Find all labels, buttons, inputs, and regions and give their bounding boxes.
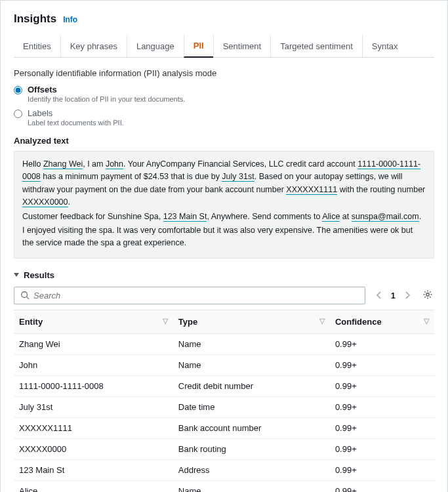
- radio-offsets-label: Offsets: [28, 85, 185, 94]
- cell-entity: Zhang Wei: [14, 333, 173, 354]
- svg-line-1: [27, 297, 30, 300]
- pii-highlight-address: 123 Main St: [163, 212, 207, 222]
- text-fragment: with the routing number: [337, 185, 425, 194]
- pii-highlight-name: Zhang Wei: [43, 159, 83, 169]
- tab-key-phrases[interactable]: Key phrases: [60, 35, 127, 57]
- tab-pii[interactable]: PII: [184, 35, 213, 58]
- cell-confidence: 0.99+: [330, 438, 434, 459]
- cell-type: Bank account number: [173, 417, 330, 438]
- cell-confidence: 0.99+: [330, 417, 434, 438]
- tab-bar: Entities Key phrases Language PII Sentim…: [14, 35, 434, 58]
- cell-confidence: 0.99+: [330, 354, 434, 375]
- text-fragment: , I am: [83, 159, 106, 169]
- sort-icon: ▽: [319, 317, 325, 325]
- chevron-left-icon: [376, 291, 382, 299]
- insights-panel: Insights Info Entities Key phrases Langu…: [0, 0, 448, 492]
- cell-confidence: 0.99+: [330, 375, 434, 396]
- analysis-mode-radios: Offsets Identify the location of PII in …: [14, 85, 434, 127]
- text-fragment: .: [419, 212, 421, 221]
- results-table: Entity▽ Type▽ Confidence▽ Zhang WeiName0…: [14, 310, 434, 492]
- tab-sentiment[interactable]: Sentiment: [213, 35, 271, 57]
- cell-type: Bank routing: [173, 438, 330, 459]
- search-icon: [20, 291, 30, 300]
- search-input[interactable]: [33, 291, 359, 300]
- analyzed-text-box: Hello Zhang Wei, I am John. Your AnyComp…: [14, 151, 434, 258]
- cell-type: Name: [173, 333, 330, 354]
- col-entity[interactable]: Entity▽: [14, 310, 173, 333]
- analyzed-text-title: Analyzed text: [14, 136, 434, 146]
- table-row: XXXXXX1111Bank account number0.99+: [14, 417, 434, 438]
- pii-highlight-name: John: [106, 159, 123, 169]
- pii-highlight-routing: XXXXX0000: [22, 197, 68, 207]
- col-type-label: Type: [178, 317, 197, 327]
- cell-confidence: 0.99+: [330, 333, 434, 354]
- cell-entity: XXXXX0000: [14, 438, 173, 459]
- col-entity-label: Entity: [19, 317, 43, 327]
- search-wrap[interactable]: [14, 287, 365, 304]
- text-fragment: at: [340, 212, 351, 221]
- pii-highlight-email: sunspa@mail.com: [352, 212, 419, 222]
- page-number: 1: [391, 291, 396, 300]
- col-confidence-label: Confidence: [335, 317, 382, 327]
- text-fragment: I enjoyed visiting the spa. It was very …: [22, 224, 426, 250]
- cell-entity: 1111-0000-1111-0008: [14, 375, 173, 396]
- tab-syntax[interactable]: Syntax: [362, 35, 407, 57]
- text-fragment: .: [68, 197, 70, 207]
- table-row: 123 Main StAddress0.99+: [14, 459, 434, 480]
- chevron-right-icon: [405, 291, 411, 299]
- col-type[interactable]: Type▽: [173, 310, 330, 333]
- svg-point-2: [426, 293, 429, 295]
- cell-entity: Alice: [14, 480, 173, 492]
- cell-confidence: 0.99+: [330, 459, 434, 480]
- cell-confidence: 0.99+: [330, 396, 434, 417]
- sort-icon: ▽: [163, 317, 168, 325]
- radio-labels-desc: Label text documents with PII.: [28, 119, 124, 127]
- table-row: XXXXX0000Bank routing0.99+: [14, 438, 434, 459]
- cell-type: Credit debit number: [173, 375, 330, 396]
- gear-icon: [422, 289, 433, 300]
- cell-entity: XXXXXX1111: [14, 417, 173, 438]
- pager: 1: [373, 289, 413, 302]
- text-fragment: Hello: [22, 159, 43, 169]
- sort-icon: ▽: [424, 317, 429, 325]
- svg-point-0: [22, 292, 28, 298]
- col-confidence[interactable]: Confidence▽: [330, 310, 434, 333]
- results-title: Results: [24, 270, 54, 280]
- results-toolbar: 1: [14, 287, 434, 304]
- table-row: JohnName0.99+: [14, 354, 434, 375]
- cell-type: Address: [173, 459, 330, 480]
- cell-type: Date time: [173, 396, 330, 417]
- text-fragment: has a minimum payment of $24.53 that is …: [41, 172, 222, 181]
- settings-button[interactable]: [421, 288, 434, 303]
- panel-header: Insights Info: [14, 12, 434, 26]
- results-expander[interactable]: Results: [14, 270, 434, 280]
- tab-entities[interactable]: Entities: [14, 35, 60, 57]
- prev-page-button[interactable]: [373, 289, 384, 302]
- table-row: Zhang WeiName0.99+: [14, 333, 434, 354]
- next-page-button[interactable]: [402, 289, 413, 302]
- cell-entity: John: [14, 354, 173, 375]
- pii-highlight-date: July 31st: [222, 172, 254, 182]
- radio-labels-label: Labels: [28, 108, 124, 118]
- info-link[interactable]: Info: [63, 15, 77, 24]
- text-fragment: , Anywhere. Send comments to: [207, 212, 322, 221]
- text-fragment: . Your AnyCompany Financial Services, LL…: [123, 159, 357, 169]
- page-title: Insights: [14, 12, 56, 26]
- table-row: AliceName0.99+: [14, 480, 434, 492]
- radio-labels[interactable]: [14, 110, 22, 118]
- cell-type: Name: [173, 354, 330, 375]
- table-row: July 31stDate time0.99+: [14, 396, 434, 417]
- tab-language[interactable]: Language: [127, 35, 184, 57]
- radio-offsets-row[interactable]: Offsets Identify the location of PII in …: [14, 85, 434, 103]
- chevron-down-icon: [14, 273, 19, 277]
- radio-labels-row[interactable]: Labels Label text documents with PII.: [14, 108, 434, 127]
- cell-entity: 123 Main St: [14, 459, 173, 480]
- analysis-mode-label: Personally identifiable information (PII…: [14, 68, 434, 78]
- text-fragment: Customer feedback for Sunshine Spa,: [22, 212, 163, 221]
- tab-targeted-sentiment[interactable]: Targeted sentiment: [270, 35, 362, 57]
- cell-type: Name: [173, 480, 330, 492]
- pii-highlight-name: Alice: [322, 212, 340, 222]
- radio-offsets[interactable]: [14, 86, 22, 94]
- table-row: 1111-0000-1111-0008Credit debit number0.…: [14, 375, 434, 396]
- pii-highlight-account: XXXXXX1111: [286, 185, 337, 195]
